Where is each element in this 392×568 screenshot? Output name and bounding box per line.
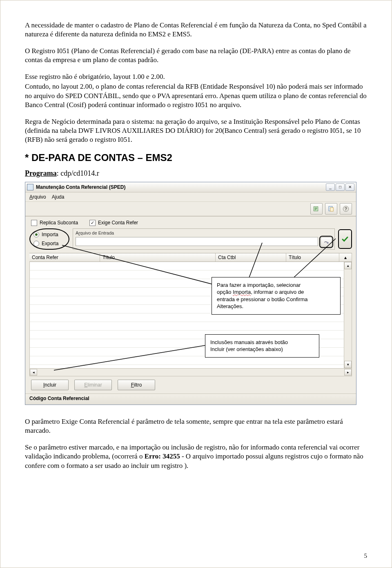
menu-ajuda[interactable]: Ajuda <box>52 194 65 200</box>
section-heading: * DE-PARA DE CONTAS – EMS2 <box>25 152 367 163</box>
svg-rect-2 <box>330 208 334 211</box>
incluir-button[interactable]: Incluir <box>31 380 69 390</box>
window-title: Manutenção Conta Referencial (SPED) <box>36 184 326 190</box>
scroll-up-header[interactable]: ▴ <box>339 253 352 262</box>
eliminar-button[interactable]: Eliminar <box>74 380 112 390</box>
paragraph: Esse registro não é obrigatório, layout … <box>25 72 367 81</box>
file-field: Arquivo de Entrada <box>73 228 335 250</box>
col-titulo-2[interactable]: Título <box>286 253 339 262</box>
app-icon <box>27 184 33 190</box>
paragraph: Regra de Negócio determinada para o sist… <box>25 117 367 145</box>
vertical-scrollbar[interactable]: ▴ ▾ <box>344 262 352 368</box>
statusbar: Código Conta Referencial <box>25 394 356 405</box>
file-label: Arquivo de Entrada <box>76 230 332 235</box>
toolbar-button-1[interactable] <box>310 203 323 215</box>
paragraph: O Registro I051 (Plano de Contas Referen… <box>25 47 367 65</box>
filtro-button[interactable]: Filtro <box>118 380 155 390</box>
menu-arquivo[interactable]: Arquivo <box>29 194 46 200</box>
checkbox-exige-conta-refer[interactable]: ✓ Exige Conta Refer <box>89 220 138 226</box>
annotation-importacao: Para fazer a importação, selecionar opçã… <box>212 277 341 315</box>
app-window: Manutenção Conta Referencial (SPED) _ □ … <box>25 182 356 405</box>
annotation-inclusoes: Inclusões manuais através botão Incluir … <box>205 334 319 358</box>
titlebar: Manutenção Conta Referencial (SPED) _ □ … <box>25 182 356 192</box>
col-conta-refer[interactable]: Conta Refer <box>29 253 100 262</box>
col-cta-ctbl[interactable]: Cta Ctbl <box>216 253 286 262</box>
svg-point-5 <box>327 242 329 244</box>
col-titulo[interactable]: Título <box>100 253 216 262</box>
minimize-button[interactable]: _ <box>326 183 335 191</box>
close-button[interactable]: ✕ <box>345 183 354 191</box>
confirm-button[interactable] <box>338 229 352 249</box>
radio-importa[interactable]: Importa <box>33 232 65 237</box>
program-line: Programa: cdp/cd1014.r <box>25 169 367 178</box>
horizontal-scrollbar[interactable]: ◂ ▸ <box>29 369 352 376</box>
options-row: Replica Subconta ✓ Exige Conta Refer <box>25 217 356 228</box>
toolbar: ? <box>25 202 356 217</box>
radio-exporta[interactable]: Exporta <box>33 241 65 246</box>
paragraph: Se o parâmetro estiver marcado, e na imp… <box>25 443 367 470</box>
import-export-group: Importa Exporta <box>29 228 69 250</box>
browse-button[interactable] <box>321 237 332 247</box>
file-input[interactable] <box>76 237 318 246</box>
paragraph: O parâmetro Exige Conta Referencial é pa… <box>25 417 367 436</box>
paragraph: A necessidade de manter o cadastro de Pl… <box>25 21 367 39</box>
maximize-button[interactable]: □ <box>336 183 345 191</box>
svg-text:?: ? <box>345 206 347 211</box>
paragraph: Contudo, no layout 2.00, o plano de cont… <box>25 82 367 110</box>
page-number: 5 <box>364 552 368 559</box>
checkbox-replica-subconta[interactable]: Replica Subconta <box>31 220 78 226</box>
toolbar-button-2[interactable] <box>325 203 337 215</box>
toolbar-help-button[interactable]: ? <box>340 203 352 215</box>
menubar: Arquivo Ajuda <box>25 192 356 202</box>
